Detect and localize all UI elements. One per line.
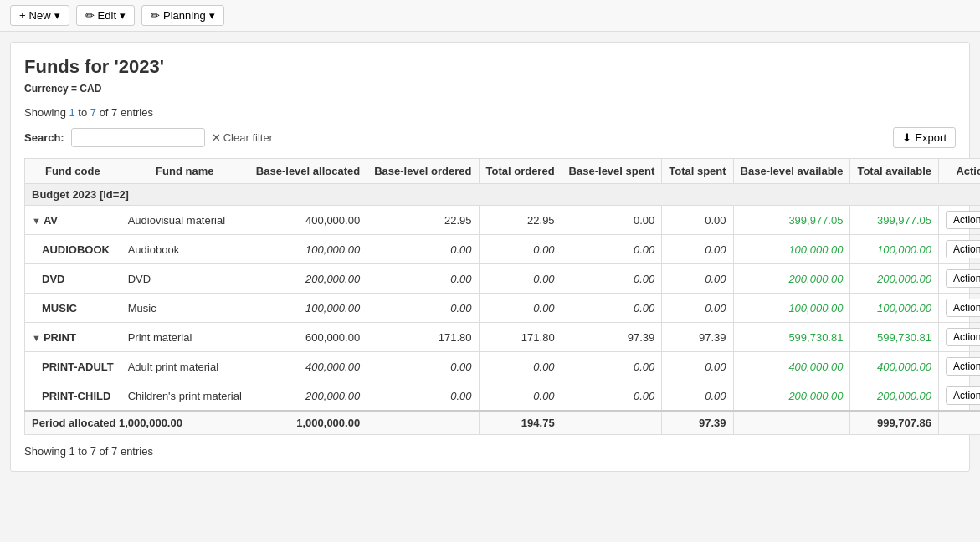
fund-name-cell: Print material [121,323,249,352]
fund-name-cell: Audiobook [121,235,249,264]
base-ordered-cell: 0.00 [367,235,479,264]
total-ordered-cell: 0.00 [479,352,562,381]
total-spent-cell: 97.39 [662,323,733,352]
fund-code-cell: PRINT-CHILD [25,381,121,412]
actions-button[interactable]: Actions ▲ [946,299,980,317]
collapse-icon[interactable]: ▼ [32,216,41,226]
actions-cell: Actions ▲ [939,352,980,381]
col-fund-name: Fund name [121,159,249,184]
col-total-ordered: Total ordered [479,159,562,184]
base-available-cell: 100,000.00 [733,294,850,323]
fund-code-cell: ▼AV [25,206,121,235]
actions-button[interactable]: Actions ▲ [946,328,980,346]
clear-filter-button[interactable]: ✕ Clear filter [212,131,273,144]
total-ordered-cell: 22.95 [479,206,562,235]
showing-bottom: Showing 1 to 7 of 7 entries [24,445,956,458]
clear-filter-label: Clear filter [223,131,273,144]
base-ordered-cell: 0.00 [367,381,479,412]
plus-icon: + [19,9,26,22]
planning-button[interactable]: ✏ Planning ▾ [141,5,224,26]
base-spent-cell: 0.00 [562,352,662,381]
base-allocated-cell: 100,000.00 [249,235,367,264]
total-spent-cell: 0.00 [662,235,733,264]
budget-group-label: Budget 2023 [id=2] [25,184,981,206]
base-available-cell: 599,730.81 [733,323,850,352]
actions-button[interactable]: Actions ▲ [946,269,980,288]
col-base-spent: Base-level spent [562,159,662,184]
footer-total-ordered: 194.75 [479,411,562,435]
actions-cell: Actions ▲ [939,381,980,412]
col-total-spent: Total spent [662,159,733,184]
base-ordered-cell: 0.00 [367,264,479,294]
fund-code-cell: MUSIC [25,294,121,323]
base-spent-cell: 0.00 [562,206,662,235]
new-label: New [29,9,51,22]
table-row: MUSIC Music 100,000.00 0.00 0.00 0.00 0.… [25,294,981,323]
table-row: AUDIOBOOK Audiobook 100,000.00 0.00 0.00… [25,235,981,264]
base-spent-cell: 0.00 [562,381,662,412]
base-ordered-cell: 22.95 [367,206,479,235]
base-available-cell: 400,000.00 [733,352,850,381]
total-spent-cell: 0.00 [662,294,733,323]
table-row: PRINT-ADULT Adult print material 400,000… [25,352,981,381]
col-total-available: Total available [850,159,939,184]
base-allocated-cell: 400,000.00 [249,352,367,381]
edit-chevron-icon: ▾ [120,9,126,22]
total-ordered-cell: 0.00 [479,294,562,323]
base-spent-cell: 0.00 [562,264,662,294]
actions-button[interactable]: Actions ▲ [946,211,980,229]
edit-label: Edit [98,9,116,22]
base-allocated-cell: 200,000.00 [249,264,367,294]
col-fund-code: Fund code [25,159,121,184]
base-ordered-cell: 0.00 [367,352,479,381]
total-ordered-cell: 171.80 [479,323,562,352]
actions-cell: Actions ▲ [939,323,980,352]
total-ordered-cell: 0.00 [479,381,562,412]
fund-name-cell: Audiovisual material [121,206,249,235]
main-content: Funds for '2023' Currency = CAD Showing … [10,42,970,472]
page-title: Funds for '2023' [24,56,956,78]
actions-cell: Actions ▲ [939,206,980,235]
actions-button[interactable]: Actions ▲ [946,386,980,405]
search-bar: Search: ✕ Clear filter ⬇ Export [24,127,956,148]
total-available-cell: 200,000.00 [850,381,939,412]
table-row: PRINT-CHILD Children's print material 20… [25,381,981,412]
base-ordered-cell: 171.80 [367,323,479,352]
fund-name-cell: Music [121,294,249,323]
actions-cell: Actions ▲ [939,294,980,323]
col-base-available: Base-level available [733,159,850,184]
planning-pencil-icon: ✏ [151,9,160,22]
actions-cell: Actions ▲ [939,264,980,294]
edit-button[interactable]: ✏ Edit ▾ [76,5,135,26]
budget-group-row: Budget 2023 [id=2] [25,184,981,206]
fund-code-cell: ▼PRINT [25,323,121,352]
actions-button[interactable]: Actions ▲ [946,240,980,258]
toolbar: + New ▾ ✏ Edit ▾ ✏ Planning ▾ [0,0,980,32]
footer-label: Period allocated 1,000,000.00 [25,411,249,435]
table-header-row: Fund code Fund name Base-level allocated… [25,159,981,184]
funds-table: Fund code Fund name Base-level allocated… [24,158,980,435]
base-spent-cell: 0.00 [562,235,662,264]
total-spent-cell: 0.00 [662,352,733,381]
export-button[interactable]: ⬇ Export [893,127,956,148]
table-row: ▼PRINT Print material 600,000.00 171.80 … [25,323,981,352]
showing-top: Showing 1 to 7 of 7 entries [24,106,956,119]
base-allocated-cell: 400,000.00 [249,206,367,235]
collapse-icon[interactable]: ▼ [32,333,41,343]
fund-code-cell: DVD [25,264,121,294]
actions-button[interactable]: Actions ▲ [946,357,980,376]
fund-code-cell: PRINT-ADULT [25,352,121,381]
total-available-cell: 399,977.05 [850,206,939,235]
base-allocated-cell: 200,000.00 [249,381,367,412]
base-allocated-cell: 600,000.00 [249,323,367,352]
total-available-cell: 400,000.00 [850,352,939,381]
fund-name-cell: DVD [121,264,249,294]
footer-total-spent: 97.39 [662,411,733,435]
base-spent-cell: 0.00 [562,294,662,323]
actions-cell: Actions ▲ [939,235,980,264]
base-allocated-cell: 100,000.00 [249,294,367,323]
base-available-cell: 399,977.05 [733,206,850,235]
search-input[interactable] [71,128,205,147]
total-available-cell: 100,000.00 [850,294,939,323]
new-button[interactable]: + New ▾ [10,5,69,26]
